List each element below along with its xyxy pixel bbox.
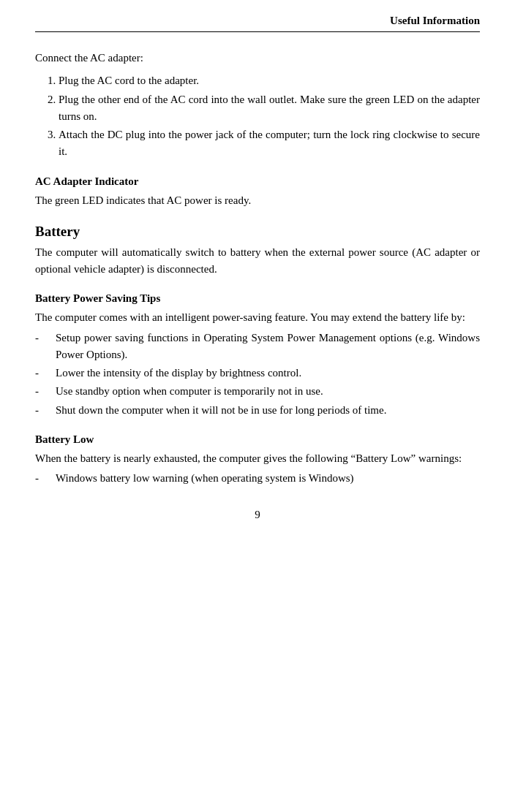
battery-tip-1: - Setup power saving functions in Operat… — [35, 330, 480, 364]
header-title: Useful Information — [390, 15, 480, 26]
battery-tip-3: - Use standby option when computer is te… — [35, 383, 480, 400]
battery-tips-title: Battery Power Saving Tips — [35, 292, 480, 305]
battery-tip-3-text: Use standby option when computer is temp… — [56, 383, 480, 400]
battery-tip-2: - Lower the intensity of the display by … — [35, 365, 480, 382]
battery-tips-intro: The computer comes with an intelligent p… — [35, 309, 480, 326]
dash-symbol-2: - — [35, 365, 56, 382]
dash-symbol-1: - — [35, 330, 56, 346]
battery-low-section: Battery Low When the battery is nearly e… — [35, 433, 480, 487]
battery-tips-section: Battery Power Saving Tips The computer c… — [35, 292, 480, 419]
battery-tip-4: - Shut down the computer when it will no… — [35, 402, 480, 419]
battery-low-title: Battery Low — [35, 433, 480, 446]
dash-symbol-3: - — [35, 383, 56, 400]
dash-symbol-4: - — [35, 402, 56, 419]
page-header: Useful Information — [35, 15, 480, 32]
battery-tip-2-text: Lower the intensity of the display by br… — [56, 365, 480, 382]
battery-title: Battery — [35, 224, 480, 240]
connect-label: Connect the AC adapter: — [35, 50, 480, 67]
battery-tip-1-text: Setup power saving functions in Operatin… — [56, 330, 480, 364]
dash-symbol-w1: - — [35, 470, 56, 487]
battery-low-warning-1-text: Windows battery low warning (when operat… — [56, 470, 480, 487]
ac-adapter-indicator-section: AC Adapter Indicator The green LED indic… — [35, 175, 480, 209]
battery-low-warning-1: - Windows battery low warning (when oper… — [35, 470, 480, 487]
ac-steps-list: Plug the AC cord to the adapter. Plug th… — [35, 72, 480, 160]
page-footer: 9 — [35, 509, 480, 521]
ac-adapter-indicator-body: The green LED indicates that AC power is… — [35, 192, 480, 209]
battery-body: The computer will automatically switch t… — [35, 244, 480, 278]
battery-tips-list: - Setup power saving functions in Operat… — [35, 330, 480, 419]
battery-low-intro: When the battery is nearly exhausted, th… — [35, 450, 480, 467]
ac-step-2: Plug the other end of the AC cord into t… — [59, 91, 480, 126]
battery-low-warnings-list: - Windows battery low warning (when oper… — [35, 470, 480, 487]
battery-tip-4-text: Shut down the computer when it will not … — [56, 402, 480, 419]
page-number: 9 — [255, 509, 260, 520]
ac-adapter-indicator-title: AC Adapter Indicator — [35, 175, 480, 188]
battery-section: Battery The computer will automatically … — [35, 224, 480, 278]
ac-step-1: Plug the AC cord to the adapter. — [59, 72, 480, 89]
ac-step-3: Attach the DC plug into the power jack o… — [59, 126, 480, 161]
ac-adapter-intro-section: Connect the AC adapter: Plug the AC cord… — [35, 50, 480, 161]
